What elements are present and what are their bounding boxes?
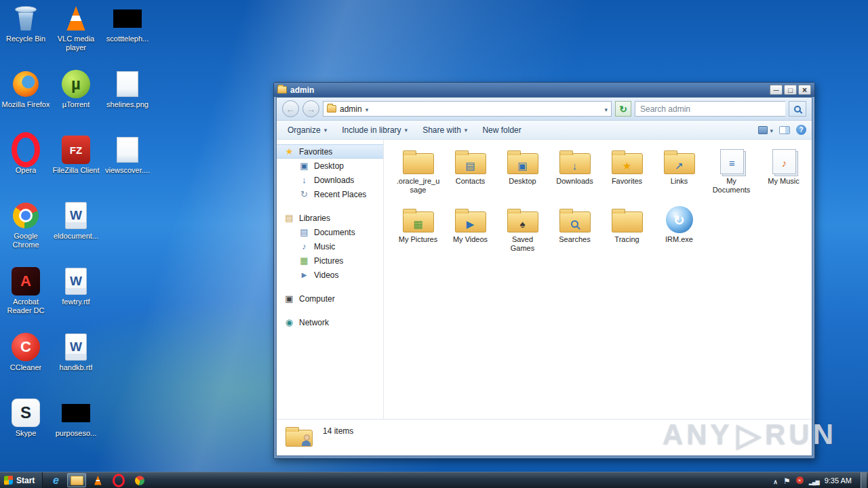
desktop-icon[interactable]: Skype [0, 399, 52, 453]
desktop-icon[interactable]: µTorrent [50, 70, 102, 125]
desktop-icon-label: fewtry.rtf [62, 298, 90, 306]
desktop-icon[interactable]: Acrobat Reader DC [0, 267, 52, 322]
taskbar-app-button[interactable] [46, 473, 65, 487]
sidebar-item[interactable]: Network [277, 315, 383, 329]
taskbar-clock[interactable]: 9:35 AM [825, 476, 852, 485]
sidebar-item[interactable]: Music [277, 239, 383, 253]
desktop-icon[interactable]: Google Chrome [0, 201, 52, 256]
toolbar-button[interactable]: New folder [477, 123, 526, 138]
desktop-icon[interactable]: eldocument... [50, 201, 102, 256]
file-icon: ≡ [715, 148, 748, 175]
address-bar[interactable]: admin [323, 101, 612, 117]
file-item[interactable]: ↓ Downloads [549, 146, 601, 205]
show-desktop-button[interactable] [861, 472, 867, 488]
sidebar-item[interactable]: Pictures [277, 253, 383, 268]
desktop-icon[interactable]: VLC media player [50, 4, 102, 59]
file-item[interactable]: ♪ My Music [757, 146, 810, 205]
file-item[interactable]: ▣ Desktop [496, 146, 549, 205]
maximize-button[interactable] [784, 85, 797, 95]
sidebar-item[interactable]: Recent Places [277, 187, 383, 201]
taskbar-app-icon [53, 474, 59, 487]
desktop-icon[interactable]: shelines.png [102, 70, 153, 125]
sidebar-item[interactable]: Libraries [277, 211, 383, 225]
taskbar-app-button[interactable] [67, 473, 86, 487]
file-item[interactable]: ↗ Links [653, 146, 705, 205]
file-icon-overlay: ↗ [675, 161, 684, 171]
action-center-icon[interactable] [783, 474, 791, 487]
desktop-icon[interactable]: Recycle Bin [0, 4, 52, 59]
file-item[interactable]: Searches [549, 205, 601, 263]
desktop-icon-column: scottteleph... shelines.png viewscover..… [102, 4, 153, 190]
desktop-icon[interactable]: Opera [0, 136, 52, 190]
preview-pane-button[interactable] [779, 126, 790, 134]
sidebar-item[interactable]: Documents [277, 225, 383, 239]
toolbar-button[interactable]: Include in library [336, 123, 413, 138]
breadcrumb-dropdown-icon[interactable] [366, 104, 369, 114]
search-placeholder: Search admin [640, 104, 690, 114]
file-item[interactable]: ▶ My Videos [444, 205, 496, 263]
refresh-button[interactable] [615, 101, 631, 117]
views-button[interactable] [758, 125, 773, 135]
file-item[interactable]: ↻ IRM.exe [653, 205, 705, 263]
sidebar-item-icon [283, 146, 295, 157]
taskbar-app-button[interactable] [109, 473, 128, 487]
hidden-icons-button[interactable] [773, 474, 778, 487]
sidebar-item[interactable]: Videos [277, 268, 383, 282]
watermark-play-icon [737, 416, 761, 453]
window-titlebar[interactable]: admin [274, 83, 814, 97]
desktop-icon[interactable]: Mozilla Firefox [0, 70, 52, 125]
taskbar-app-button[interactable] [130, 473, 149, 487]
toolbar-button[interactable]: Organize [282, 123, 332, 138]
file-item[interactable]: Tracing [601, 205, 653, 263]
start-button[interactable]: Start [0, 472, 43, 488]
desktop-icon[interactable]: CCleaner [0, 333, 52, 388]
sidebar-item-icon [283, 293, 295, 304]
file-item[interactable]: ♠ Saved Games [496, 205, 549, 263]
file-item[interactable]: ★ Favorites [601, 146, 653, 205]
desktop-icon[interactable]: scottteleph... [102, 4, 153, 59]
file-label: Contacts [456, 177, 485, 186]
desktop-icon-label: Skype [16, 429, 37, 438]
forward-button[interactable] [302, 100, 319, 117]
file-icon [611, 206, 644, 233]
desktop-icon[interactable]: viewscover.... [102, 136, 153, 190]
desktop-icon[interactable]: fewtry.rtf [50, 267, 102, 322]
close-button[interactable] [798, 85, 811, 95]
toolbar-button[interactable]: Share with [417, 123, 473, 138]
desktop-icon-image [62, 399, 90, 427]
notification-icon[interactable] [796, 476, 804, 484]
sidebar-item[interactable]: Favorites [277, 144, 383, 159]
desktop-icon-image [12, 267, 40, 296]
navigation-pane: Favorites Desktop Downloads Recent Place… [277, 140, 384, 419]
file-item[interactable]: ▦ My Pictures [392, 205, 444, 263]
sidebar-item-label: Favorites [299, 147, 332, 157]
network-tray-icon[interactable] [809, 474, 819, 487]
sidebar-item[interactable]: Downloads [277, 173, 383, 187]
file-label: Saved Games [500, 235, 545, 253]
desktop-icon[interactable]: FileZilla Client [50, 136, 102, 190]
sidebar-item[interactable]: Computer [277, 291, 383, 306]
toolbar-button-label: New folder [482, 125, 521, 135]
file-icon [402, 148, 435, 175]
desktop-icon[interactable]: purposeso... [50, 399, 102, 453]
file-item[interactable]: .oracle_jre_usage [392, 146, 444, 205]
minimize-button[interactable] [770, 85, 783, 95]
sidebar-item-label: Documents [314, 228, 355, 237]
search-input[interactable]: Search admin [635, 101, 785, 117]
address-breadcrumb[interactable]: admin [340, 104, 362, 114]
desktop-icon-image [62, 136, 90, 164]
file-item[interactable]: ≡ My Documents [705, 146, 757, 205]
search-button[interactable] [789, 101, 806, 117]
back-button[interactable] [282, 100, 299, 117]
taskbar-app-button[interactable] [88, 473, 107, 487]
desktop-icon-label: CCleaner [10, 363, 41, 372]
address-history-dropdown-icon[interactable] [604, 104, 608, 114]
file-item[interactable]: ▤ Contacts [444, 146, 496, 205]
help-button[interactable] [796, 125, 806, 135]
file-label: IRM.exe [665, 235, 693, 244]
navigation-bar: admin Search admin [277, 98, 812, 121]
desktop-icon-label: Google Chrome [1, 232, 51, 249]
sidebar-item[interactable]: Desktop [277, 159, 383, 173]
desktop-icon[interactable]: handkb.rtf [50, 333, 102, 388]
desktop-icon-image [62, 333, 90, 361]
